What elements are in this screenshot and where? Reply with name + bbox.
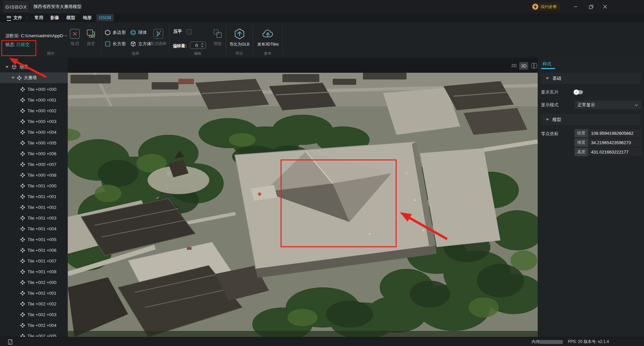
menu-osgb-active[interactable]: OSGB <box>96 14 114 21</box>
group-label-export: 导出 <box>226 51 253 56</box>
excavate-button[interactable]: 抠除 <box>210 29 225 47</box>
ribbon-divider <box>169 25 170 54</box>
menu-common[interactable]: 常用 <box>35 14 43 21</box>
tile-item[interactable]: Tile +000 +005 <box>0 137 68 148</box>
tile-item[interactable]: Tile +001 +005 <box>0 234 68 245</box>
document-tab[interactable]: 陕西省西安市大雁塔模型 <box>30 0 80 13</box>
tile-icon <box>20 301 25 306</box>
latitude-key: 维度 <box>575 138 588 147</box>
deselect-button[interactable]: 取消选择 <box>148 29 168 47</box>
coord-row-altitude[interactable]: 高度 431.021663222177 <box>575 148 641 156</box>
caret-down-icon[interactable] <box>5 66 9 68</box>
tile-item[interactable]: Tile +000 +006 <box>0 148 68 159</box>
ribbon-divider <box>101 25 102 54</box>
sphere-icon <box>130 30 136 36</box>
aerial-scene <box>68 73 538 337</box>
tile-item[interactable]: Tile +001 +000 <box>0 180 68 191</box>
section-basic[interactable]: 基础 <box>541 73 641 84</box>
tab-style[interactable]: 样式 <box>543 61 551 67</box>
publish-3dtiles-label: 发布3DTiles <box>254 42 282 47</box>
polygon-tool[interactable]: 多边形 <box>105 30 126 36</box>
tile-item[interactable]: Tile +001 +003 <box>0 213 68 223</box>
tile-item[interactable]: Tile +001 +008 <box>0 266 68 277</box>
tile-item[interactable]: Tile +002 +002 <box>0 298 68 309</box>
flatten-checkbox[interactable] <box>186 29 192 35</box>
altitude-key: 高度 <box>575 148 588 156</box>
renew-package-button[interactable]: 续约套餐 <box>531 2 561 11</box>
tile-icon <box>20 108 25 113</box>
restore-button[interactable] <box>584 0 598 13</box>
offset-stepper[interactable]: 0 <box>190 42 206 49</box>
tile-item[interactable]: Tile +000 +003 <box>0 116 68 127</box>
view-3d-button[interactable]: 3D <box>519 62 528 70</box>
hamburger-icon[interactable] <box>7 16 11 21</box>
close-button[interactable] <box>598 0 612 13</box>
tile-icon <box>20 312 25 317</box>
publish-3dtiles-button[interactable]: 发布3DTiles <box>254 28 282 47</box>
stepper-arrows-icon[interactable] <box>201 43 204 48</box>
rectangle-tool[interactable]: 长方形 <box>105 41 126 47</box>
tile-item[interactable]: Tile +002 +001 <box>0 288 68 298</box>
tree-node-dayanta[interactable]: 大雁塔 <box>0 72 68 83</box>
display-mode-select[interactable]: 正常显示 <box>575 101 641 109</box>
section-model[interactable]: 模型 <box>541 114 641 125</box>
export-glb-button[interactable]: 导出为GLB <box>227 28 252 47</box>
close-icon <box>603 5 607 9</box>
view-2d-button[interactable]: 2D <box>511 63 517 68</box>
tile-item[interactable]: Tile +002 +005 <box>0 331 68 337</box>
export-glb-label: 导出为GLB <box>227 42 252 47</box>
console-panel-icon[interactable] <box>7 339 13 345</box>
polygon-label: 多边形 <box>113 30 126 36</box>
tile-item[interactable]: Tile +000 +000 <box>0 84 68 95</box>
offset-value: 0 <box>192 43 201 48</box>
sphere-tool[interactable]: 球体 <box>130 30 147 36</box>
memory-bar <box>539 340 563 344</box>
coord-row-longitude[interactable]: 经度 108.95941982605662 <box>575 129 641 137</box>
tile-item[interactable]: Tile +000 +007 <box>0 159 68 170</box>
caret-down-icon[interactable] <box>11 77 15 79</box>
tree-node-scene[interactable]: 场景 <box>0 62 68 72</box>
tile-item[interactable]: Tile +002 +000 <box>0 277 68 288</box>
tile-item[interactable]: Tile +002 +004 <box>0 320 68 331</box>
submit-button[interactable]: 提交 <box>83 29 99 47</box>
gisbox-window: GISBOX 陕西省西安市大雁塔模型 续约套餐 文件 <box>0 0 644 346</box>
memory-label: 内存 <box>532 337 540 346</box>
source-label: 源数据: <box>5 33 20 38</box>
tile-icon <box>20 334 25 337</box>
flatten-label: 压平 <box>173 29 182 35</box>
submit-label: 提交 <box>83 41 99 47</box>
tile-item[interactable]: Tile +001 +006 <box>0 245 68 255</box>
tile-item[interactable]: Tile +000 +002 <box>0 105 68 116</box>
viewport-toolbar: 2D 3D <box>68 58 538 73</box>
map-3d-viewport[interactable] <box>68 73 538 337</box>
tile-item[interactable]: Tile +001 +007 <box>0 255 68 266</box>
tile-icon <box>20 162 25 167</box>
split-view-icon[interactable] <box>531 63 537 68</box>
coord-row-latitude[interactable]: 维度 34.21965423596273 <box>575 138 641 147</box>
minimize-icon <box>574 5 578 9</box>
tile-icon <box>20 269 25 274</box>
restore-icon <box>589 5 593 9</box>
tile-item[interactable]: Tile +001 +002 <box>0 202 68 213</box>
tile-item[interactable]: Tile +000 +001 <box>0 95 68 105</box>
deselect-icon <box>153 29 163 39</box>
menu-image[interactable]: 影像 <box>50 14 59 21</box>
tile-item[interactable]: Tile +001 +001 <box>0 191 68 202</box>
fps-indicator: FPS: 20 <box>568 337 582 346</box>
display-mode-label: 显示模式 <box>541 102 558 108</box>
tile-icon <box>20 291 25 295</box>
tab-title: 陕西省西安市大雁塔模型 <box>34 4 82 10</box>
menu-file[interactable]: 文件 <box>13 14 22 21</box>
caret-down-icon <box>546 77 549 79</box>
tile-item[interactable]: Tile +000 +004 <box>0 127 68 137</box>
cancel-button[interactable]: 取消 <box>67 29 83 47</box>
tile-item[interactable]: Tile +001 +004 <box>0 223 68 234</box>
tile-item[interactable]: Tile +000 +008 <box>0 170 68 180</box>
menu-model[interactable]: 模型 <box>66 14 75 21</box>
menu-terrain[interactable]: 地形 <box>83 14 92 21</box>
show-tiles-toggle[interactable] <box>574 90 583 94</box>
scene-box-icon <box>11 64 17 70</box>
caret-down-icon <box>546 119 549 121</box>
tile-item[interactable]: Tile +002 +003 <box>0 309 68 320</box>
minimize-button[interactable] <box>569 0 582 13</box>
